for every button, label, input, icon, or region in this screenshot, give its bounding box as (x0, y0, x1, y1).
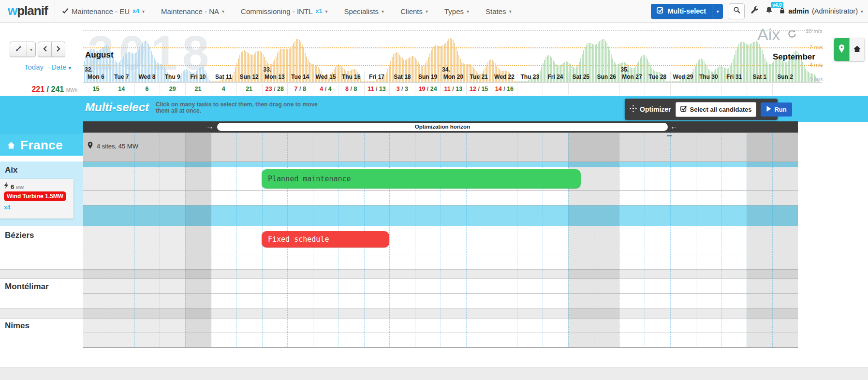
checkbox-check-icon (680, 105, 687, 114)
menu-item-1[interactable]: Maintenance - NA▾ (161, 7, 224, 15)
wind-bar (177, 81, 178, 82)
menu-item-6[interactable]: States▾ (485, 7, 512, 15)
day-label: Thu 23 (517, 73, 543, 80)
day-gridline (389, 132, 390, 347)
day-energy-value: 15 (83, 86, 109, 92)
app-logo[interactable]: wplanif (8, 3, 48, 18)
station-title: Aix (757, 25, 780, 44)
multi-select-caret[interactable]: ▾ (712, 4, 723, 19)
user-menu[interactable]: admin (Administrator) ▾ (779, 7, 863, 15)
task-bar-planned-maintenance[interactable]: Planned maintenance (262, 169, 581, 189)
equipment-count: x4 (4, 204, 10, 211)
day-energy-value: 11 / 13 (364, 86, 390, 92)
expand-range-button[interactable] (10, 42, 27, 57)
day-gridline (415, 132, 415, 347)
date-dropdown[interactable]: Date ▾ (51, 63, 71, 71)
sidebar-group-france[interactable]: France (0, 134, 83, 156)
horizon-start-arrow-icon[interactable]: → (206, 122, 214, 131)
day-energy-value: 29 (160, 86, 185, 92)
wind-bar (363, 81, 364, 82)
day-label: Tue 14 (287, 73, 313, 80)
multi-select-split-button[interactable]: Multi-select ▾ (651, 4, 723, 19)
wind-bar (525, 81, 526, 82)
sites-summary: 4 sites, 45 MW (87, 141, 138, 151)
divider (55, 0, 55, 22)
wind-bar (171, 81, 172, 82)
select-all-candidates-button[interactable]: Select all candidates (676, 102, 757, 117)
menu-item-label: States (485, 7, 506, 15)
notifications-button[interactable]: v4.0 (765, 6, 773, 16)
wind-bar (367, 81, 368, 82)
wind-bar (518, 81, 519, 82)
home-icon (7, 138, 15, 153)
sidebar-site-aix[interactable]: Aix (5, 165, 17, 175)
menu-item-5[interactable]: Types▾ (444, 7, 469, 15)
menu-item-0[interactable]: Maintenance - EUx4▾ (62, 7, 145, 15)
search-button[interactable] (729, 3, 745, 19)
sidebar-site-montelimar[interactable]: Montélimar (5, 282, 49, 292)
wind-baseline (83, 82, 822, 83)
menu-item-4[interactable]: Clients▾ (400, 7, 428, 15)
wind-bar (677, 81, 678, 82)
today-link[interactable]: Today (24, 63, 44, 71)
day-gridline (466, 132, 467, 347)
wind-bar (219, 81, 220, 82)
wind-level-0: 0 m/s (809, 76, 823, 82)
wind-bar (522, 81, 523, 82)
wind-bar (215, 81, 216, 82)
wrench-icon (750, 6, 759, 16)
wind-bar (679, 81, 680, 82)
day-gridline (747, 132, 747, 347)
day-energy-value: 4 / 4 (313, 86, 338, 92)
day-label: Thu 16 (338, 73, 364, 80)
menu-item-2[interactable]: Commissioning - INTLx1▾ (241, 7, 327, 15)
grid-border (83, 347, 798, 348)
wind-bar (213, 81, 214, 82)
run-button[interactable]: Run (761, 102, 792, 117)
day-label: Wed 22 (492, 73, 517, 80)
multi-select-button[interactable]: Multi-select (651, 4, 712, 19)
chevron-down-icon: ▾ (69, 65, 71, 71)
day-gridline (492, 132, 492, 347)
banner-hint: Click on many tasks to select them, then… (156, 102, 320, 114)
wind-gridline-10 (83, 30, 822, 31)
home-view-button[interactable] (849, 38, 865, 61)
map-pin-button[interactable] (834, 38, 849, 61)
banner-left-patch (0, 122, 83, 134)
equipment-type-badge[interactable]: Wind Turbine 1.5MW (4, 191, 66, 201)
optimization-horizon-bar[interactable]: Optimization horizon (217, 123, 668, 131)
day-label: Sat 11 (211, 73, 236, 80)
wind-bar (364, 81, 365, 82)
week-number-label: 34. (442, 66, 450, 73)
horizon-end-arrow-icon[interactable]: ← (670, 122, 678, 131)
chevron-down-icon: ▾ (509, 9, 512, 14)
range-caret-button[interactable]: ▾ (27, 42, 35, 57)
menu-item-count-badge: x4 (132, 8, 139, 15)
previous-period-button[interactable] (38, 42, 51, 57)
menu-item-count-badge: x1 (315, 8, 322, 15)
next-period-button[interactable] (51, 42, 65, 57)
day-gridline (721, 132, 722, 347)
equipment-card: 6MW Wind Turbine 1.5MW x4 (0, 179, 74, 219)
wind-bar (176, 81, 177, 82)
energy-total: 221 / 241 MWh (14, 85, 77, 94)
day-energy-value: 6 (134, 86, 160, 92)
location-pin-icon (87, 141, 93, 151)
wind-bar (515, 81, 516, 82)
sidebar-site-beziers[interactable]: Béziers (5, 231, 34, 240)
sidebar-site-nimes[interactable]: Nîmes (5, 321, 29, 331)
user-name: admin (788, 7, 809, 15)
menu-item-3[interactable]: Specialists▾ (344, 7, 384, 15)
day-label: Fri 24 (543, 73, 568, 80)
day-gridline (594, 132, 594, 347)
wind-bar (807, 71, 808, 82)
settings-wrench-button[interactable] (750, 6, 759, 16)
lightning-icon (4, 182, 9, 191)
day-label: Sat 25 (568, 73, 594, 80)
diagonal-resize-icon (15, 45, 22, 54)
day-gridline (185, 132, 186, 347)
day-gridline (568, 132, 569, 347)
wind-level-4: 4 m/s (809, 62, 823, 68)
move-arrows-icon (630, 105, 637, 114)
task-bar-fixed-schedule[interactable]: Fixed schedule (262, 231, 389, 248)
